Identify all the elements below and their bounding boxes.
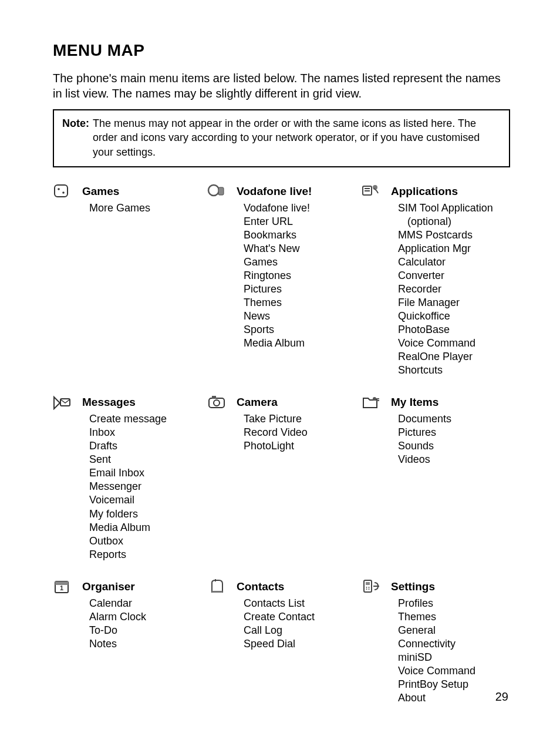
menu-block-applications: Applications SIM Tool Application (optio… — [362, 183, 510, 377]
list-item: Calculator — [398, 255, 493, 269]
vodafone-icon — [207, 183, 232, 203]
settings-icon — [362, 578, 386, 598]
intro-text: The phone's main menu items are listed b… — [53, 70, 510, 101]
list-item: Create Contact — [244, 610, 315, 624]
list-item: Take Picture — [244, 412, 308, 426]
list-item: Ringtones — [244, 269, 312, 283]
svg-point-11 — [214, 400, 220, 406]
list-item: Record Video — [244, 426, 308, 439]
menu-block-vodafone: Vodafone live! Vodafone live! Enter URL … — [207, 183, 356, 377]
list-item: Themes — [398, 610, 475, 624]
svg-point-3 — [208, 185, 219, 196]
list-item: Vodafone live! — [244, 201, 312, 215]
svg-rect-12 — [212, 396, 216, 399]
contacts-icon — [207, 578, 232, 598]
list-item: MMS Postcards — [398, 228, 493, 242]
games-icon — [53, 183, 77, 203]
list-item: Speed Dial — [244, 637, 315, 651]
list-item: Connectivity — [398, 637, 475, 651]
list-item: General — [398, 624, 475, 637]
section-title: Vodafone live! — [237, 185, 312, 198]
svg-rect-4 — [218, 187, 224, 195]
camera-icon — [207, 394, 232, 413]
svg-point-23 — [369, 587, 370, 588]
list-item: Application Mgr — [398, 242, 493, 255]
list-item: Pictures — [398, 426, 451, 439]
list-item: Documents — [398, 412, 451, 426]
svg-rect-0 — [55, 185, 68, 197]
svg-point-25 — [369, 589, 370, 590]
section-title: Camera — [237, 396, 308, 409]
svg-rect-14 — [376, 398, 379, 399]
svg-rect-6 — [365, 188, 370, 189]
page-title: MENU MAP — [53, 41, 510, 60]
list-item: SIM Tool Application — [398, 201, 493, 215]
list-item: Reports — [89, 548, 167, 561]
list-item: Videos — [398, 453, 451, 466]
list-item: Create message — [89, 412, 167, 426]
list-item: Contacts List — [244, 597, 315, 610]
list-item: Calendar — [89, 597, 146, 610]
list-item: Converter — [398, 269, 493, 283]
section-title: Contacts — [237, 580, 315, 593]
list-item: Recorder — [398, 283, 493, 296]
applications-icon — [362, 183, 386, 203]
svg-point-13 — [373, 397, 376, 401]
menu-block-games: Games More Games — [53, 183, 201, 377]
list-item: Sports — [244, 323, 312, 337]
menu-block-organiser: 1 Organiser Calendar Alarm Clock To-Do N… — [53, 578, 201, 705]
list-item: Notes — [89, 637, 146, 651]
folder-icon — [362, 394, 386, 413]
list-item: Voicemail — [89, 493, 167, 507]
list-item: My folders — [89, 507, 167, 521]
list-item: Outbox — [89, 534, 167, 548]
menu-block-myitems: My Items Documents Pictures Sounds Video… — [362, 394, 510, 561]
list-item: Voice Command — [398, 337, 493, 350]
page-number: 29 — [495, 690, 508, 704]
note-box: Note: The menus may not appear in the or… — [53, 109, 510, 167]
menu-block-camera: Camera Take Picture Record Video PhotoLi… — [207, 394, 356, 561]
svg-rect-7 — [365, 190, 370, 191]
list-item: Sent — [89, 453, 167, 466]
list-item: More Games — [89, 201, 150, 215]
list-item: Media Album — [89, 521, 167, 534]
document-page: MENU MAP The phone's main menu items are… — [0, 0, 560, 733]
list-item: Drafts — [89, 439, 167, 453]
svg-text:1: 1 — [60, 584, 63, 591]
list-item: News — [244, 310, 312, 323]
list-item: miniSD — [398, 651, 475, 664]
list-item: Themes — [244, 296, 312, 310]
list-item: File Manager — [398, 296, 493, 310]
note-label: Note: — [62, 116, 89, 130]
list-item: PhotoBase — [398, 323, 493, 337]
menu-block-settings: Settings Profiles Themes General Connect… — [362, 578, 510, 705]
list-item: Profiles — [398, 597, 475, 610]
svg-point-1 — [58, 188, 60, 190]
menu-grid: Games More Games Vodafone live! Vodafone… — [53, 183, 510, 705]
list-item: RealOne Player — [398, 350, 493, 364]
list-item: Messenger — [89, 480, 167, 493]
section-title: Games — [82, 185, 150, 198]
svg-point-2 — [62, 191, 65, 194]
list-item: Media Album — [244, 337, 312, 350]
list-item: PrintBoy Setup — [398, 678, 475, 691]
list-item: Sounds — [398, 439, 451, 453]
list-item: Email Inbox — [89, 466, 167, 480]
svg-point-22 — [366, 587, 367, 588]
list-item: Enter URL — [244, 215, 312, 228]
list-item: Alarm Clock — [89, 610, 146, 624]
section-title: Messages — [82, 396, 167, 409]
menu-block-contacts: Contacts Contacts List Create Contact Ca… — [207, 578, 356, 705]
menu-block-messages: Messages Create message Inbox Drafts Sen… — [53, 394, 201, 561]
svg-rect-15 — [376, 400, 379, 401]
calendar-icon: 1 — [53, 578, 77, 598]
list-item: To-Do — [89, 624, 146, 637]
list-item: Quickoffice — [398, 310, 493, 323]
list-item: Inbox — [89, 426, 167, 439]
svg-rect-19 — [212, 591, 222, 593]
list-item: PhotoLight — [244, 439, 308, 453]
list-item: Games — [244, 255, 312, 269]
list-item: (optional) — [398, 215, 493, 228]
section-title: My Items — [391, 396, 451, 409]
section-title: Organiser — [82, 580, 146, 593]
